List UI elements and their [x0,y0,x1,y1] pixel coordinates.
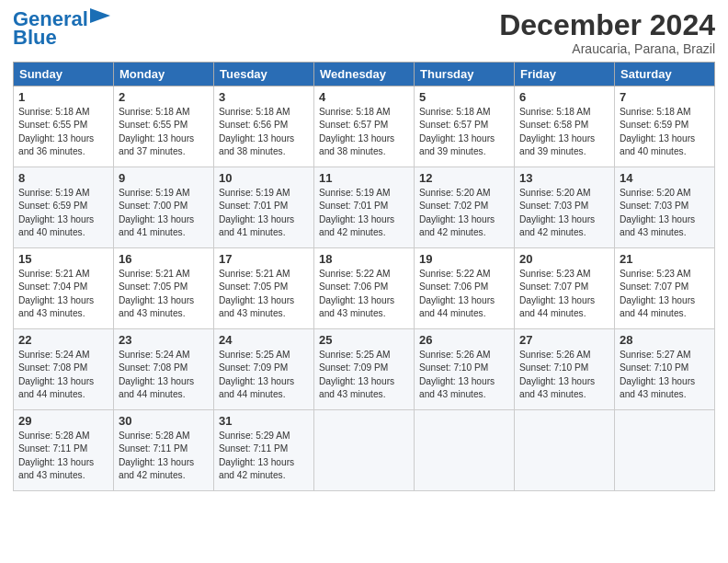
table-row: 13Sunrise: 5:20 AM Sunset: 7:03 PM Dayli… [515,167,615,248]
cell-info: Sunrise: 5:20 AM Sunset: 7:03 PM Dayligh… [620,187,710,239]
table-row: 29Sunrise: 5:28 AM Sunset: 7:11 PM Dayli… [14,410,114,491]
day-number: 4 [319,90,409,104]
col-sunday: Sunday [14,63,114,86]
table-row: 25Sunrise: 5:25 AM Sunset: 7:09 PM Dayli… [314,329,415,410]
col-tuesday: Tuesday [214,63,314,86]
header: General Blue December 2024 Araucaria, Pa… [13,9,715,56]
day-number: 31 [219,414,309,428]
table-row: 2Sunrise: 5:18 AM Sunset: 6:55 PM Daylig… [114,86,214,167]
day-number: 7 [620,90,710,104]
month-title: December 2024 [499,9,715,41]
day-number: 14 [620,171,710,185]
table-row: 8Sunrise: 5:19 AM Sunset: 6:59 PM Daylig… [14,167,114,248]
cell-info: Sunrise: 5:27 AM Sunset: 7:10 PM Dayligh… [620,349,710,401]
cell-info: Sunrise: 5:23 AM Sunset: 7:07 PM Dayligh… [620,268,710,320]
day-number: 2 [119,90,209,104]
cell-info: Sunrise: 5:21 AM Sunset: 7:05 PM Dayligh… [219,268,309,320]
logo: General Blue [13,9,110,50]
col-monday: Monday [114,63,214,86]
table-row: 21Sunrise: 5:23 AM Sunset: 7:07 PM Dayli… [615,248,715,329]
table-row [415,410,515,491]
calendar-table: Sunday Monday Tuesday Wednesday Thursday… [13,62,715,491]
calendar-body: 1Sunrise: 5:18 AM Sunset: 6:55 PM Daylig… [14,86,715,491]
day-number: 16 [119,252,209,266]
col-friday: Friday [515,63,615,86]
day-number: 1 [18,90,108,104]
cell-info: Sunrise: 5:18 AM Sunset: 6:59 PM Dayligh… [620,106,710,158]
day-number: 11 [319,171,409,185]
cell-info: Sunrise: 5:18 AM Sunset: 6:56 PM Dayligh… [219,106,309,158]
location: Araucaria, Parana, Brazil [499,41,715,56]
day-number: 5 [419,90,509,104]
day-number: 26 [419,333,509,347]
table-row: 17Sunrise: 5:21 AM Sunset: 7:05 PM Dayli… [214,248,314,329]
day-number: 3 [219,90,309,104]
calendar-header-row: Sunday Monday Tuesday Wednesday Thursday… [14,63,715,86]
cell-info: Sunrise: 5:24 AM Sunset: 7:08 PM Dayligh… [18,349,108,401]
table-row: 23Sunrise: 5:24 AM Sunset: 7:08 PM Dayli… [114,329,214,410]
day-number: 20 [519,252,609,266]
table-row: 9Sunrise: 5:19 AM Sunset: 7:00 PM Daylig… [114,167,214,248]
cell-info: Sunrise: 5:29 AM Sunset: 7:11 PM Dayligh… [219,430,309,482]
table-row: 11Sunrise: 5:19 AM Sunset: 7:01 PM Dayli… [314,167,415,248]
cell-info: Sunrise: 5:26 AM Sunset: 7:10 PM Dayligh… [419,349,509,401]
table-row: 10Sunrise: 5:19 AM Sunset: 7:01 PM Dayli… [214,167,314,248]
day-number: 22 [18,333,108,347]
table-row: 7Sunrise: 5:18 AM Sunset: 6:59 PM Daylig… [615,86,715,167]
table-row: 18Sunrise: 5:22 AM Sunset: 7:06 PM Dayli… [314,248,415,329]
cell-info: Sunrise: 5:26 AM Sunset: 7:10 PM Dayligh… [519,349,609,401]
day-number: 10 [219,171,309,185]
svg-marker-0 [90,8,110,23]
page-container: General Blue December 2024 Araucaria, Pa… [0,0,728,500]
cell-info: Sunrise: 5:19 AM Sunset: 7:01 PM Dayligh… [319,187,409,239]
cell-info: Sunrise: 5:22 AM Sunset: 7:06 PM Dayligh… [419,268,509,320]
table-row: 31Sunrise: 5:29 AM Sunset: 7:11 PM Dayli… [214,410,314,491]
cell-info: Sunrise: 5:18 AM Sunset: 6:55 PM Dayligh… [18,106,108,158]
day-number: 21 [620,252,710,266]
table-row: 19Sunrise: 5:22 AM Sunset: 7:06 PM Dayli… [415,248,515,329]
cell-info: Sunrise: 5:18 AM Sunset: 6:57 PM Dayligh… [319,106,409,158]
table-row: 3Sunrise: 5:18 AM Sunset: 6:56 PM Daylig… [214,86,314,167]
day-number: 17 [219,252,309,266]
cell-info: Sunrise: 5:18 AM Sunset: 6:55 PM Dayligh… [119,106,209,158]
table-row: 5Sunrise: 5:18 AM Sunset: 6:57 PM Daylig… [415,86,515,167]
cell-info: Sunrise: 5:23 AM Sunset: 7:07 PM Dayligh… [519,268,609,320]
cell-info: Sunrise: 5:19 AM Sunset: 7:01 PM Dayligh… [219,187,309,239]
day-number: 8 [18,171,108,185]
col-wednesday: Wednesday [314,63,415,86]
cell-info: Sunrise: 5:18 AM Sunset: 6:57 PM Dayligh… [419,106,509,158]
table-row: 16Sunrise: 5:21 AM Sunset: 7:05 PM Dayli… [114,248,214,329]
table-row: 4Sunrise: 5:18 AM Sunset: 6:57 PM Daylig… [314,86,415,167]
day-number: 15 [18,252,108,266]
day-number: 19 [419,252,509,266]
day-number: 29 [18,414,108,428]
day-number: 30 [119,414,209,428]
logo-arrow-icon [90,8,110,23]
col-thursday: Thursday [415,63,515,86]
day-number: 27 [519,333,609,347]
table-row: 14Sunrise: 5:20 AM Sunset: 7:03 PM Dayli… [615,167,715,248]
logo-blue-label: Blue [13,26,57,50]
table-row [314,410,415,491]
cell-info: Sunrise: 5:22 AM Sunset: 7:06 PM Dayligh… [319,268,409,320]
table-row: 22Sunrise: 5:24 AM Sunset: 7:08 PM Dayli… [14,329,114,410]
day-number: 25 [319,333,409,347]
day-number: 23 [119,333,209,347]
cell-info: Sunrise: 5:28 AM Sunset: 7:11 PM Dayligh… [18,430,108,482]
cell-info: Sunrise: 5:18 AM Sunset: 6:58 PM Dayligh… [519,106,609,158]
table-row: 30Sunrise: 5:28 AM Sunset: 7:11 PM Dayli… [114,410,214,491]
cell-info: Sunrise: 5:25 AM Sunset: 7:09 PM Dayligh… [219,349,309,401]
day-number: 18 [319,252,409,266]
table-row: 24Sunrise: 5:25 AM Sunset: 7:09 PM Dayli… [214,329,314,410]
cell-info: Sunrise: 5:20 AM Sunset: 7:03 PM Dayligh… [519,187,609,239]
day-number: 24 [219,333,309,347]
cell-info: Sunrise: 5:25 AM Sunset: 7:09 PM Dayligh… [319,349,409,401]
table-row: 1Sunrise: 5:18 AM Sunset: 6:55 PM Daylig… [14,86,114,167]
table-row: 15Sunrise: 5:21 AM Sunset: 7:04 PM Dayli… [14,248,114,329]
table-row: 6Sunrise: 5:18 AM Sunset: 6:58 PM Daylig… [515,86,615,167]
cell-info: Sunrise: 5:28 AM Sunset: 7:11 PM Dayligh… [119,430,209,482]
cell-info: Sunrise: 5:19 AM Sunset: 7:00 PM Dayligh… [119,187,209,239]
table-row: 26Sunrise: 5:26 AM Sunset: 7:10 PM Dayli… [415,329,515,410]
day-number: 28 [620,333,710,347]
cell-info: Sunrise: 5:21 AM Sunset: 7:05 PM Dayligh… [119,268,209,320]
